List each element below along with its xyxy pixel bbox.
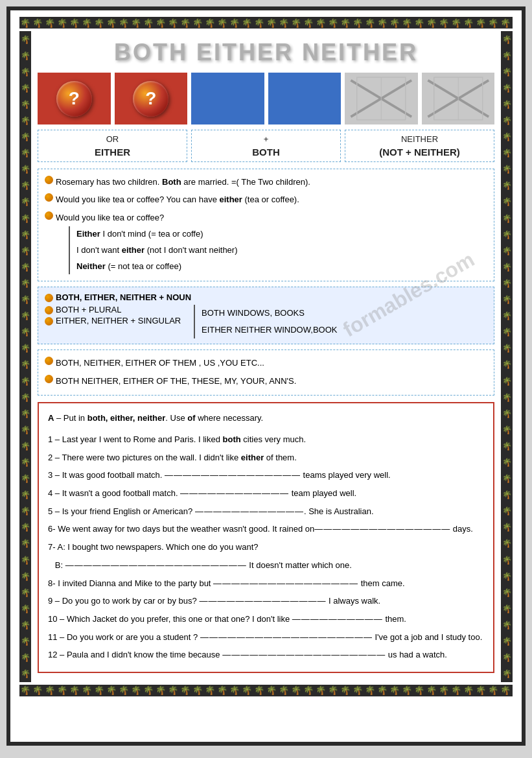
item-num-12: 12 xyxy=(48,650,57,659)
exercise-item-3: 3 – It was good football match. ————————… xyxy=(48,468,484,484)
of-text-1: BOTH, NEITHER, EITHER OF THEM , US ,YOU … xyxy=(56,355,264,370)
of-bullet-2 xyxy=(45,375,53,383)
of-row-2: BOTH NEITHER, EITHER OF THE, THESE, MY, … xyxy=(45,373,487,388)
grammar-left-2: EITHER, NEITHER + SINGULAR xyxy=(56,316,181,326)
item-num-5: 5 xyxy=(48,506,52,516)
image-box-1: ? xyxy=(38,73,111,124)
border-top: 🌴🌴🌴🌴🌴🌴🌴🌴🌴🌴🌴🌴🌴🌴🌴🌴🌴🌴🌴🌴🌴🌴🌴🌴🌴🌴🌴🌴🌴🌴🌴🌴🌴🌴🌴🌴🌴🌴🌴🌴 xyxy=(19,17,513,29)
image-box-5 xyxy=(345,73,418,124)
item-num-6: 6 xyxy=(48,524,52,534)
grammar-left-col: BOTH + PLURAL EITHER, NEITHER + SINGULAR xyxy=(45,305,194,338)
label-both: + BOTH xyxy=(191,130,341,162)
grammar-title-text: BOTH, EITHER, NEITHER + NOUN xyxy=(56,292,191,302)
item-num-2: 2 xyxy=(48,453,52,462)
item-num-1: 1 xyxy=(48,434,52,444)
grammar-right-1: BOTH WINDOWS, BOOKS xyxy=(202,305,487,322)
grammar-rows-container: BOTH + PLURAL EITHER, NEITHER + SINGULAR… xyxy=(45,305,487,338)
border-bottom: 🌴🌴🌴🌴🌴🌴🌴🌴🌴🌴🌴🌴🌴🌴🌴🌴🌴🌴🌴🌴🌴🌴🌴🌴🌴🌴🌴🌴🌴🌴🌴🌴🌴🌴🌴🌴🌴🌴🌴🌴 xyxy=(19,685,513,696)
info-text-3: Would you like tea or coffee? Either I d… xyxy=(56,210,238,274)
grammar-title-row: BOTH, EITHER, NEITHER + NOUN xyxy=(45,292,487,302)
item-num-10: 10 xyxy=(48,614,57,624)
item-num-8: 8 xyxy=(48,578,52,588)
info-row-3: Would you like tea or coffee? Either I d… xyxy=(45,210,487,274)
grammar-left-1: BOTH + PLURAL xyxy=(56,305,122,314)
border-left: 🌴🌴🌴🌴🌴 🌴🌴🌴🌴🌴 🌴🌴🌴🌴🌴 🌴🌴🌴🌴🌴 🌴🌴🌴🌴🌴 🌴🌴🌴🌴🌴 🌴🌴🌴🌴… xyxy=(19,31,31,682)
image-box-2: ? xyxy=(115,73,188,124)
exercise-item-6: 6- We went away for two days but the wea… xyxy=(48,521,484,538)
neither-main-label: (NOT + NEITHER) xyxy=(379,147,460,158)
exercise-item-7b: B: ———————————————————— It doesn't matte… xyxy=(48,558,484,574)
bracket-line-2: I don't want either (not I don't want ne… xyxy=(76,243,238,259)
either-main-label: EITHER xyxy=(95,147,130,158)
info-section-1: Rosemary has two children. Both are marr… xyxy=(38,169,494,281)
of-text-2: BOTH NEITHER, EITHER OF THE, THESE, MY, … xyxy=(56,373,296,388)
border-right: 🌴🌴🌴🌴🌴 🌴🌴🌴🌴🌴 🌴🌴🌴🌴🌴 🌴🌴🌴🌴🌴 🌴🌴🌴🌴🌴 🌴🌴🌴🌴🌴 🌴🌴🌴🌴… xyxy=(501,31,513,682)
item-num-3: 3 xyxy=(48,470,52,480)
bullet-1 xyxy=(45,176,53,184)
label-neither: NEITHER (NOT + NEITHER) xyxy=(345,130,494,162)
exercise-item-8: 8- I invited Dianna and Mike to the part… xyxy=(48,576,484,592)
page: 🌴🌴🌴🌴🌴🌴🌴🌴🌴🌴🌴🌴🌴🌴🌴🌴🌴🌴🌴🌴🌴🌴🌴🌴🌴🌴🌴🌴🌴🌴🌴🌴🌴🌴🌴🌴🌴🌴🌴🌴… xyxy=(6,6,526,746)
item-num-7: 7 xyxy=(48,542,52,552)
info-row-1: Rosemary has two children. Both are marr… xyxy=(45,174,487,189)
exercise-title: A – Put in both, either, neither. Use of… xyxy=(48,410,484,427)
page-title: BOTH EITHER NEITHER xyxy=(38,39,494,66)
bullet-2 xyxy=(45,193,53,202)
of-bullet-1 xyxy=(45,357,53,365)
bracket-line-3: Neither (= not tea or coffee) xyxy=(76,259,238,275)
info-text-1: Rosemary has two children. Both are marr… xyxy=(56,174,310,189)
grammar-row-1: BOTH + PLURAL xyxy=(45,305,194,314)
exercise-item-10: 10 – Which Jacket do you prefer, this on… xyxy=(48,611,484,628)
image-box-3 xyxy=(191,73,264,124)
grammar-bullet-2 xyxy=(45,317,53,326)
grammar-row-2: EITHER, NEITHER + SINGULAR xyxy=(45,316,194,326)
exercise-item-1: 1 – Last year I went to Rome and Paris. … xyxy=(48,432,484,448)
exercise-item-7a: 7- A: I bought two newspapers. Which one… xyxy=(48,539,484,556)
exercise-item-11: 11 – Do you work or are you a student ? … xyxy=(48,630,484,646)
x-icon-2 xyxy=(422,73,495,124)
exercise-item-4: 4 – It wasn't a good football match. ———… xyxy=(48,486,484,502)
grammar-bullet-title xyxy=(45,294,53,302)
exercise-item-5: 5 – Is your friend English or American? … xyxy=(48,504,484,520)
label-either: OR EITHER xyxy=(38,130,187,162)
neither-top-label: NEITHER xyxy=(401,134,438,144)
of-row-1: BOTH, NEITHER, EITHER OF THEM , US ,YOU … xyxy=(45,355,487,370)
info-text-2: Would you like tea or coffee? You can ha… xyxy=(56,192,299,207)
both-top-label: + xyxy=(264,134,269,144)
bracket-line-1: Either I don't mind (= tea or coffe) xyxy=(76,226,238,243)
exercise-item-12: 12 – Paula and I didn't know the time be… xyxy=(48,647,484,663)
grammar-right-2: EITHER NEITHER WINDOW,BOOK xyxy=(202,322,487,338)
item-num-4: 4 xyxy=(48,488,52,498)
either-top-label: OR xyxy=(106,134,119,144)
image-row: ? ? xyxy=(38,73,494,124)
labels-row: OR EITHER + BOTH NEITHER (NOT + NEITHER) xyxy=(38,130,494,162)
exercise-section: A – Put in both, either, neither. Use of… xyxy=(38,402,494,673)
grammar-section: BOTH, EITHER, NEITHER + NOUN BOTH + PLUR… xyxy=(38,287,494,344)
main-content: BOTH EITHER NEITHER ? ? xyxy=(31,31,501,682)
of-section: BOTH, NEITHER, EITHER OF THEM , US ,YOU … xyxy=(38,349,494,396)
exercise-title-text: A – Put in both, either, neither. Use of… xyxy=(48,413,263,423)
item-num-11: 11 xyxy=(48,632,57,642)
exercise-item-2: 2 – There were two pictures on the wall.… xyxy=(48,450,484,466)
main-layout: 🌴🌴🌴🌴🌴 🌴🌴🌴🌴🌴 🌴🌴🌴🌴🌴 🌴🌴🌴🌴🌴 🌴🌴🌴🌴🌴 🌴🌴🌴🌴🌴 🌴🌴🌴🌴… xyxy=(19,31,513,682)
item-num-9: 9 xyxy=(48,596,52,606)
bracket-section: Either I don't mind (= tea or coffe) I d… xyxy=(69,226,238,274)
x-icon-1 xyxy=(345,73,418,124)
grammar-bullet-1 xyxy=(45,306,53,314)
bullet-3 xyxy=(45,211,53,220)
info-tea-coffee: Would you like tea or coffee? xyxy=(56,213,164,222)
info-row-2: Would you like tea or coffee? You can ha… xyxy=(45,192,487,207)
image-box-4 xyxy=(268,73,341,124)
question-icon-2: ? xyxy=(133,81,168,117)
question-icon-1: ? xyxy=(56,81,92,117)
both-main-label: BOTH xyxy=(252,147,280,158)
grammar-right-col: BOTH WINDOWS, BOOKS EITHER NEITHER WINDO… xyxy=(194,305,487,338)
exercise-item-9: 9 – Do you go to work by car or by bus? … xyxy=(48,593,484,610)
image-box-6 xyxy=(422,73,495,124)
